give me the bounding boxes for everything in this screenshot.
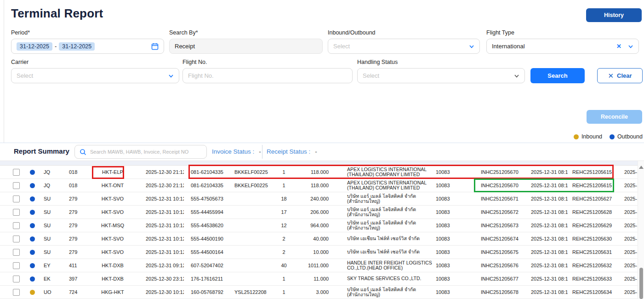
history-button[interactable]: History xyxy=(586,8,642,22)
c-check xyxy=(0,262,26,269)
direction-legend: Inbound Outbound xyxy=(574,133,643,140)
flight-no-cell: 279 xyxy=(69,196,90,201)
flight-datetime-cell: 2025-12-31 10:12 xyxy=(136,209,184,215)
legend-inbound: Inbound xyxy=(574,133,602,140)
reconcile-button[interactable]: Reconcile xyxy=(587,110,642,124)
period-label: Period* xyxy=(11,29,30,36)
table-row: SU279HKT-SVO2025-12-31 10:12555-44500164… xyxy=(0,246,638,259)
mawb-cell: 176-17616211 xyxy=(184,276,228,282)
table-row: EY411HKT-DXB2025-12-31 09:12607-52047402… xyxy=(0,259,638,272)
chevron-down-icon[interactable] xyxy=(628,44,633,49)
customer-cell: บริษัท แอร์ เมลล์ โลจิสติคส์ จำกัด (สำนั… xyxy=(329,207,432,218)
row-checkbox[interactable] xyxy=(13,276,20,282)
mawb-cell: 555-44538620 xyxy=(184,223,228,228)
code-cell: 10083 xyxy=(432,289,476,295)
invoice-status: Invoice Status :- xyxy=(212,148,261,155)
c-check xyxy=(0,289,26,296)
outbound-dot-icon xyxy=(30,250,35,255)
flight-datetime-cell: 2025-12-31 10:12 xyxy=(136,236,184,242)
mawb-cell: 555-47505673 xyxy=(184,196,228,201)
flight-type-select[interactable]: International ✕ xyxy=(486,39,639,54)
inbound-dot-icon xyxy=(30,290,35,295)
row-checkbox[interactable] xyxy=(13,196,20,202)
inbound-dot-icon xyxy=(574,134,579,139)
mawb-cell: 081-62104335 xyxy=(184,183,228,188)
carrier-select[interactable]: Select xyxy=(11,68,179,83)
receipt-no-cell: REHC251205632 xyxy=(568,263,614,268)
table-row: UO724HKG-HKT2025-12-30 10:12160-05768792… xyxy=(0,286,638,299)
invoice-datetime-cell: 2025-12-31 08:12 xyxy=(526,209,568,215)
outbound-dot-icon xyxy=(30,196,35,201)
row-checkbox[interactable] xyxy=(13,236,20,242)
row-checkbox[interactable] xyxy=(13,222,20,229)
table-header-strip xyxy=(0,161,638,166)
receipt-status-label: Receipt Status : xyxy=(267,148,310,155)
chevron-down-icon[interactable] xyxy=(469,44,474,49)
carrier-cell: SU xyxy=(39,249,69,255)
customer-cell: บริษัท เอเชี่ยน ไฟล์ท์ เซอร์วิส จำกัด xyxy=(329,249,432,255)
invoice-datetime-cell: 2025-12-31 08:12 xyxy=(526,196,568,201)
route-cell: HKT-SVO xyxy=(90,196,136,201)
period-to[interactable]: 31-12-2025 xyxy=(59,42,95,51)
next-date-cell: 2025-12 xyxy=(614,209,638,215)
row-checkbox[interactable] xyxy=(13,289,20,296)
row-checkbox[interactable] xyxy=(13,249,20,256)
row-checkbox[interactable] xyxy=(13,209,20,216)
c-dot xyxy=(26,170,39,175)
customer-cell: บริษัท แอร์ เมลล์ โลจิสติคส์ จำกัด (สำนั… xyxy=(329,194,432,204)
period-field[interactable]: 31-12-2025 - 31-12-2025 xyxy=(11,39,164,54)
search-by-field[interactable]: Receipt xyxy=(169,39,323,54)
invoice-no-cell: INHC251205670 xyxy=(476,169,526,175)
receipt-status: Receipt Status :- xyxy=(267,148,317,155)
flight-no-cell: 279 xyxy=(69,223,90,228)
next-date-cell: 2025-12 xyxy=(614,183,638,188)
clear-button[interactable]: ✕ Clear xyxy=(597,68,643,83)
invoice-datetime-cell: 2025-12-31 08:12 xyxy=(526,236,568,242)
route-cell: HKT-DXB xyxy=(90,263,136,268)
flight-no-cell: 018 xyxy=(69,169,90,175)
chevron-down-icon[interactable] xyxy=(514,73,519,79)
weight-cell: 3.000 xyxy=(294,289,329,295)
handling-status-label: Handling Status xyxy=(357,59,398,65)
report-summary-title: Report Summary xyxy=(14,147,69,155)
outbound-dot-icon xyxy=(30,210,35,215)
summary-search-input[interactable]: Search MAWB, HAWB, Invoice, Receipt NO xyxy=(74,145,207,159)
inbound-outbound-select[interactable]: Select xyxy=(328,39,480,54)
row-checkbox[interactable] xyxy=(13,182,20,189)
search-button[interactable]: Search xyxy=(530,68,585,83)
weight-cell: 118.000 xyxy=(294,183,329,188)
customer-cell: บริษัท แอร์ เมลล์ โลจิสติคส์ จำกัด (สำนั… xyxy=(329,220,432,231)
calendar-icon[interactable] xyxy=(151,43,159,50)
handling-status-select[interactable]: Select xyxy=(357,68,525,83)
outbound-dot-icon xyxy=(30,170,35,175)
invoice-no-cell: INHC251205672 xyxy=(476,209,526,215)
outbound-dot-icon xyxy=(30,223,35,228)
weight-cell: 118.000 xyxy=(294,169,329,175)
vertical-scrollbar[interactable] xyxy=(638,161,644,299)
inbound-outbound-label: Inbound/Outbound xyxy=(328,29,376,36)
carrier-cell: SU xyxy=(39,209,69,215)
row-checkbox[interactable] xyxy=(13,262,20,269)
carrier-cell: EK xyxy=(39,276,69,282)
clear-icon: ✕ xyxy=(608,72,614,80)
code-cell: 10083 xyxy=(432,249,476,255)
flight-datetime-cell: 2025-12-31 09:12 xyxy=(136,263,184,268)
chevron-down-icon[interactable] xyxy=(168,73,174,79)
pieces-cell: 12 xyxy=(274,223,294,228)
row-checkbox[interactable] xyxy=(13,169,20,176)
next-date-cell: 2025-12 xyxy=(614,263,638,268)
invoice-datetime-cell: 2025-12-31 08:12 xyxy=(526,276,568,282)
scrollbar-thumb[interactable] xyxy=(639,268,643,299)
period-from[interactable]: 31-12-2025 xyxy=(17,42,52,51)
pieces-cell: 2 xyxy=(274,249,294,255)
scroll-up-icon[interactable] xyxy=(639,166,644,169)
flight-no-input[interactable]: Flight No. xyxy=(182,68,353,83)
customer-cell: บริษัท แอร์ เมลล์ โลจิสติคส์ จำกัด (สำนั… xyxy=(329,287,432,298)
weight-cell: 240.000 xyxy=(294,196,329,201)
flight-type-clear-icon[interactable]: ✕ xyxy=(616,43,621,50)
mawb-cell: 160-05768792 xyxy=(184,289,228,295)
invoice-datetime-cell: 2025-12-31 08:12 xyxy=(526,289,568,295)
flight-no-label: Flight No. xyxy=(182,59,207,65)
c-dot xyxy=(26,290,39,295)
next-date-cell: 2025-12 xyxy=(614,236,638,242)
